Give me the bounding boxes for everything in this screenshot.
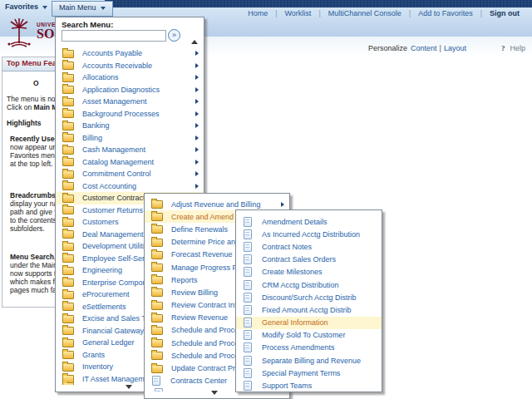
menu-item-label: Grants: [82, 351, 105, 359]
submenu-arrow-icon: [195, 87, 199, 92]
menu-item-label: Cost Accounting: [82, 182, 136, 190]
folder-icon: [151, 302, 163, 310]
folder-icon: [62, 134, 74, 142]
menu-item-contract-notes[interactable]: Contract Notes: [236, 240, 382, 253]
page-icon: [244, 305, 252, 315]
menu-item-special-payment-terms[interactable]: Special Payment Terms: [236, 367, 382, 379]
menu-item-label: Customers: [82, 218, 119, 226]
folder-icon: [151, 276, 163, 284]
folder-icon: [62, 230, 74, 239]
double-chevron-icon: »: [172, 31, 176, 39]
submenu-arrow-icon: [195, 135, 199, 140]
chevron-down-icon: [101, 7, 106, 10]
folder-icon: [151, 200, 163, 209]
menu-item-banking[interactable]: Banking: [56, 120, 204, 132]
menu-item-label: eProcurement: [82, 290, 130, 298]
personalize-separator: |: [440, 44, 441, 52]
submenu-arrow-icon: [195, 171, 199, 176]
menu-item-crm-acctg-distribution[interactable]: CRM Acctg Distribution: [236, 278, 382, 291]
top-nav-links: Home|Worklist|MultiChannel Console|Add t…: [240, 9, 527, 17]
menu-item-adjust-revenue-and-billing[interactable]: Adjust Revenue and Billing: [145, 198, 289, 210]
folder-icon: [62, 110, 74, 118]
nav-link-multichannel-console[interactable]: MultiChannel Console: [321, 9, 409, 17]
chevron-down-icon: [42, 6, 47, 9]
menu-item-allocations[interactable]: Allocations: [56, 71, 204, 84]
search-go-button[interactable]: »: [168, 29, 180, 42]
nav-link-add-to-favorites[interactable]: Add to Favorites: [411, 9, 480, 17]
nav-link-worklist[interactable]: Worklist: [278, 9, 319, 17]
menu-item-contract-sales-orders[interactable]: Contract Sales Orders: [236, 254, 382, 266]
menu-item-discount-surch-acctg-distrib[interactable]: Discount/Surch Acctg Distrib: [236, 291, 382, 303]
menu-item-label: eSettlements: [82, 303, 126, 311]
folder-icon: [62, 303, 74, 311]
submenu-arrow-icon: [195, 63, 199, 68]
menu-item-label: Create Milestones: [262, 268, 323, 276]
menu-item-label: Customer Returns: [82, 206, 143, 214]
menu-search-input[interactable]: [62, 30, 166, 42]
menu-item-billing[interactable]: Billing: [56, 132, 204, 145]
page-icon: [244, 318, 252, 328]
folder-icon: [62, 206, 74, 214]
menu-item-process-amendments[interactable]: Process Amendments: [236, 342, 382, 354]
menu-item-amendment-details[interactable]: Amendment Details: [236, 215, 382, 228]
content-link[interactable]: Content: [411, 44, 437, 52]
scroll-down-button[interactable]: [211, 391, 218, 395]
page-icon: [244, 330, 252, 340]
layout-link[interactable]: Layout: [444, 44, 466, 52]
folder-icon: [151, 239, 163, 247]
folder-icon: [151, 314, 163, 323]
menu-item-label: Allocations: [82, 73, 119, 81]
nav-link-sign-out[interactable]: Sign out: [482, 9, 527, 17]
menu-item-commitment-control[interactable]: Commitment Control: [56, 168, 204, 180]
menu-item-label: Support Teams: [262, 382, 312, 390]
menu-item-accounts-receivable[interactable]: Accounts Receivable: [56, 60, 204, 72]
help-icon[interactable]: ?: [501, 44, 505, 52]
menu-item-as-incurred-acctg-distribution[interactable]: As Incurred Acctg Distribution: [236, 228, 382, 240]
submenu-arrow-icon: [195, 51, 199, 56]
menu-item-label: Asset Management: [82, 97, 147, 106]
menu-item-create-milestones[interactable]: Create Milestones: [236, 266, 382, 278]
menu-item-label: Development Utilities: [82, 242, 153, 250]
menu-item-separate-billing-and-revenue[interactable]: Separate Billing and Revenue: [236, 354, 382, 367]
menu-item-accounts-payable[interactable]: Accounts Payable: [56, 47, 204, 60]
menu-item-cost-accounting[interactable]: Cost Accounting: [56, 180, 204, 193]
submenu-arrow-icon: [195, 147, 199, 152]
menu-item-asset-management[interactable]: Asset Management: [56, 96, 204, 108]
page-icon: [244, 356, 252, 366]
menu-item-fixed-amount-acctg-distrib[interactable]: Fixed Amount Acctg Distrib: [236, 303, 382, 316]
menu-item-modify-sold-to-customer[interactable]: Modify Sold To Customer: [236, 329, 382, 342]
page-icon: [244, 217, 252, 227]
folder-icon: [62, 219, 74, 227]
folder-icon: [62, 351, 74, 359]
scroll-down-button[interactable]: [126, 385, 132, 389]
help-link[interactable]: Help: [510, 44, 525, 52]
submenu-arrow-icon: [281, 202, 284, 207]
submenu-arrow-icon: [195, 111, 199, 116]
menu-item-cash-management[interactable]: Cash Management: [56, 144, 204, 156]
folder-icon: [62, 50, 74, 58]
main-menu-button[interactable]: Main Menu: [52, 1, 113, 17]
folder-icon: [151, 288, 163, 297]
menu-item-label: Application Diagnostics: [82, 86, 160, 94]
menu-item-label: Banking: [82, 121, 110, 130]
menu-item-catalog-management[interactable]: Catalog Management: [56, 156, 204, 169]
menu-item-label: General Ledger: [82, 338, 135, 347]
menu-item-label: Create and Amend: [171, 213, 234, 221]
menu-item-general-information[interactable]: General Information: [236, 317, 382, 329]
menu-item-background-processes[interactable]: Background Processes: [56, 108, 204, 121]
scroll-up-button[interactable]: [191, 40, 198, 44]
nav-link-home[interactable]: Home: [240, 9, 275, 17]
menu-item-label: Amendment Details: [262, 218, 328, 226]
menu-item-label: Define Renewals: [171, 225, 228, 234]
favorites-menu-button[interactable]: Favorites: [5, 2, 47, 11]
folder-icon: [62, 291, 74, 299]
menu-item-application-diagnostics[interactable]: Application Diagnostics: [56, 84, 204, 96]
page-icon: [244, 368, 252, 378]
folder-icon: [151, 251, 163, 259]
menu-item-support-teams[interactable]: Support Teams: [236, 379, 382, 392]
main-menu-label: Main Menu: [59, 3, 96, 12]
folder-icon: [62, 170, 74, 179]
folder-icon: [62, 363, 74, 372]
folder-icon: [62, 62, 74, 70]
submenu-arrow-icon: [195, 184, 199, 189]
